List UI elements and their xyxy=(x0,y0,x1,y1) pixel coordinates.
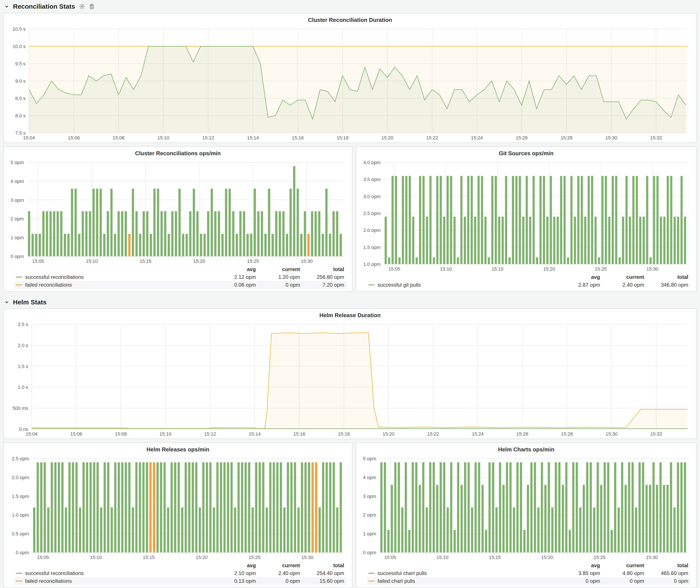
panel-title[interactable]: Helm Release Duration xyxy=(7,310,693,321)
svg-text:15:16: 15:16 xyxy=(293,431,305,437)
legend-col-avg[interactable]: avg xyxy=(558,273,603,281)
svg-text:0 opm: 0 opm xyxy=(363,550,376,555)
chart-helm-releases[interactable]: 15:0515:1015:1515:2015:2515:300 opm0.5 o… xyxy=(7,455,348,561)
legend-stat-value: 1.20 opm xyxy=(258,273,303,281)
svg-text:0.5 opm: 0.5 opm xyxy=(12,531,29,536)
chevron-down-icon[interactable] xyxy=(4,4,9,9)
panel-title[interactable]: Git Sources ops/min xyxy=(360,149,693,159)
svg-text:3.0 opm: 3.0 opm xyxy=(363,194,381,199)
legend-row: successful reconciliations2.12 opm1.20 o… xyxy=(14,273,347,281)
legend-stat-value: 7.20 opm xyxy=(303,281,347,289)
chart-helm-release-duration[interactable]: 15:0415:0615:0815:1015:1215:1415:1615:18… xyxy=(7,321,693,438)
panel-helm-charts: Helm Charts ops/min 15:0515:1015:1515:20… xyxy=(356,443,697,588)
svg-text:15:20: 15:20 xyxy=(382,431,394,437)
legend-row: successful git pulls2.87 opm2.40 opm346.… xyxy=(367,281,691,289)
legend-series-name[interactable]: successful reconciliations xyxy=(25,570,84,576)
svg-text:15:30: 15:30 xyxy=(646,266,658,272)
legend-stat-value: 346.80 opm xyxy=(647,281,691,289)
legend-col-total[interactable]: total xyxy=(647,273,691,281)
svg-text:0 opm: 0 opm xyxy=(11,254,24,259)
legend-stat-value: 256.80 opm xyxy=(303,273,347,281)
series-marker-icon xyxy=(368,284,374,285)
reconciliation-panels-row: Cluster Reconciliations ops/min 15:0515:… xyxy=(3,146,697,295)
svg-text:3 opm: 3 opm xyxy=(11,197,24,203)
legend-col-current[interactable]: current xyxy=(603,562,647,569)
legend-git-sources: avgcurrenttotalsuccessful git pulls2.87 … xyxy=(360,273,693,291)
svg-text:15:24: 15:24 xyxy=(472,431,484,437)
svg-text:1.0 opm: 1.0 opm xyxy=(12,512,29,518)
legend-series-name[interactable]: failed chart pulls xyxy=(377,578,415,584)
svg-text:15:28: 15:28 xyxy=(561,431,573,437)
legend-stat-value: 2.87 opm xyxy=(558,281,603,289)
svg-text:15:28: 15:28 xyxy=(561,135,573,141)
legend-col-current[interactable]: current xyxy=(258,265,303,273)
trash-icon[interactable] xyxy=(89,3,95,10)
svg-text:2.5 opm: 2.5 opm xyxy=(363,211,381,216)
legend-spacer xyxy=(14,265,214,273)
legend-series-name[interactable]: successful reconciliations xyxy=(25,274,84,280)
legend-helm-charts: avgcurrenttotalsuccessful chart pulls3.8… xyxy=(360,561,693,587)
section-header-reconciliation-stats[interactable]: Reconciliation Stats xyxy=(3,0,697,13)
svg-text:1 opm: 1 opm xyxy=(11,235,24,240)
svg-text:15:18: 15:18 xyxy=(338,431,350,437)
svg-text:15:25: 15:25 xyxy=(247,258,259,264)
legend-col-avg[interactable]: avg xyxy=(214,562,258,569)
legend-col-total[interactable]: total xyxy=(303,265,347,273)
legend-row: failed reconciliations0.13 opm0 opm15.60… xyxy=(14,577,347,585)
gear-icon[interactable] xyxy=(79,3,85,10)
legend-col-total[interactable]: total xyxy=(303,562,347,569)
svg-text:15:08: 15:08 xyxy=(113,135,124,141)
svg-text:1 opm: 1 opm xyxy=(363,531,376,536)
legend-stat-value: 0.06 opm xyxy=(214,281,258,289)
svg-text:15:18: 15:18 xyxy=(337,135,348,141)
svg-text:15:30: 15:30 xyxy=(605,135,617,141)
section-title[interactable]: Helm Stats xyxy=(13,299,47,306)
section-header-helm-stats[interactable]: Helm Stats xyxy=(3,296,697,308)
legend-col-avg[interactable]: avg xyxy=(558,562,603,569)
svg-text:5 opm: 5 opm xyxy=(11,160,24,165)
chart-helm-charts[interactable]: 15:0515:1015:1515:2015:2515:300 opm1 opm… xyxy=(360,455,693,561)
svg-text:9.0 s: 9.0 s xyxy=(15,78,26,84)
svg-text:4.0 opm: 4.0 opm xyxy=(363,160,381,165)
svg-text:10.0 s: 10.0 s xyxy=(13,44,26,49)
svg-text:1.0 s: 1.0 s xyxy=(18,384,28,390)
svg-text:15:24: 15:24 xyxy=(471,135,483,141)
legend-col-current[interactable]: current xyxy=(258,562,303,569)
legend-series-name[interactable]: successful chart pulls xyxy=(377,570,427,576)
svg-text:15:20: 15:20 xyxy=(193,258,205,264)
section-title[interactable]: Reconciliation Stats xyxy=(13,3,75,10)
svg-text:15:10: 15:10 xyxy=(157,135,169,141)
panel-title[interactable]: Helm Releases ops/min xyxy=(7,445,348,455)
legend-col-total[interactable]: total xyxy=(647,562,691,569)
svg-text:15:22: 15:22 xyxy=(426,135,438,141)
panel-title[interactable]: Cluster Reconciliation Duration xyxy=(7,15,693,26)
chart-cluster-reconciliation-duration[interactable]: 15:0415:0615:0815:1015:1215:1415:1615:18… xyxy=(7,26,693,142)
svg-text:1.5 opm: 1.5 opm xyxy=(12,494,29,499)
legend-spacer xyxy=(367,562,558,569)
svg-text:15:26: 15:26 xyxy=(516,431,528,437)
svg-text:15:10: 15:10 xyxy=(160,431,171,437)
svg-text:15:22: 15:22 xyxy=(427,431,439,437)
legend-col-avg[interactable]: avg xyxy=(214,265,258,273)
svg-text:15:10: 15:10 xyxy=(440,266,452,272)
panel-title[interactable]: Helm Charts ops/min xyxy=(360,445,693,455)
chevron-down-icon[interactable] xyxy=(4,300,9,305)
legend-series-name[interactable]: successful git pulls xyxy=(377,282,421,288)
svg-text:15:30: 15:30 xyxy=(301,555,313,560)
svg-text:15:12: 15:12 xyxy=(202,135,214,141)
svg-text:15:10: 15:10 xyxy=(437,555,448,560)
svg-text:15:25: 15:25 xyxy=(595,266,607,272)
svg-text:15:04: 15:04 xyxy=(23,135,35,141)
chart-git-sources[interactable]: 15:0515:1015:1515:2015:2515:301.0 opm1.5… xyxy=(360,159,693,273)
legend-col-current[interactable]: current xyxy=(603,273,647,281)
legend-row: failed chart pulls0 opm0 opm0 opm xyxy=(367,577,691,585)
panel-title[interactable]: Cluster Reconciliations ops/min xyxy=(7,149,348,159)
svg-text:15:25: 15:25 xyxy=(594,555,605,560)
chart-cluster-reconciliations[interactable]: 15:0515:1015:1515:2015:2515:300 opm1 opm… xyxy=(7,159,348,265)
legend-series-name[interactable]: failed reconciliations xyxy=(25,578,72,584)
svg-text:15:20: 15:20 xyxy=(541,555,553,560)
svg-text:15:25: 15:25 xyxy=(248,555,260,560)
svg-text:15:12: 15:12 xyxy=(204,431,216,437)
svg-text:2.0 opm: 2.0 opm xyxy=(363,228,381,233)
legend-series-name[interactable]: failed reconciliations xyxy=(25,282,72,288)
